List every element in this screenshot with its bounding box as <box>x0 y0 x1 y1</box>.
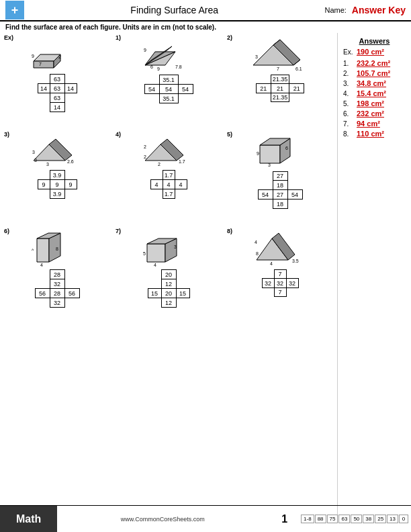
svg-text:2: 2 <box>144 154 146 159</box>
svg-text:9: 9 <box>257 151 259 156</box>
footer: Math www.CommonCoreSheets.com 1 1-8 88 7… <box>0 505 411 532</box>
p5-label: 5) <box>227 131 232 138</box>
svg-text:6: 6 <box>150 64 153 69</box>
svg-text:7.8: 7.8 <box>175 64 182 69</box>
p2-label: 2) <box>227 34 232 41</box>
p5-shape: 9 3 6 <box>253 135 307 169</box>
answer-6-value: 232 cm² <box>357 109 384 118</box>
svg-text:4: 4 <box>40 263 43 267</box>
score-13: 13 <box>387 515 398 523</box>
math-tab: Math <box>0 506 57 532</box>
svg-text:4: 4 <box>154 263 156 267</box>
p1-net: 35.1 545454 35.1 <box>116 73 222 105</box>
problem-2: 2) 3 7 6.1 21.35 <box>226 34 334 128</box>
svg-text:7: 7 <box>39 62 42 66</box>
answer-3-row: 3. 34.8 cm² <box>343 79 406 87</box>
p6-shape: ^ 8 4 <box>30 232 84 267</box>
svg-text:9: 9 <box>157 66 160 71</box>
answer-7-value: 94 cm² <box>357 120 380 128</box>
svg-text:2.6: 2.6 <box>67 159 74 164</box>
p7-shape: 5 3 4 <box>142 232 195 267</box>
score-range: 1-8 <box>301 515 314 523</box>
answer-ex-row: Ex. 190 cm² <box>343 48 406 56</box>
p7-label: 7) <box>116 228 121 234</box>
svg-text:5: 5 <box>143 251 146 256</box>
score-75: 75 <box>327 515 338 523</box>
problem-6: 6) ^ 8 4 28 <box>3 228 111 327</box>
problem-4: 4) 2 2 2 1.7 1.7 <box>114 131 223 225</box>
answer-7-label: 7. <box>343 120 357 128</box>
answer-4-label: 4. <box>343 90 357 97</box>
problem-3: 3) 3 3 2.6 3 3.9 <box>3 131 111 225</box>
svg-marker-44 <box>147 244 165 262</box>
svg-text:1.7: 1.7 <box>179 159 185 164</box>
answer-2-value: 105.7 cm² <box>357 69 390 77</box>
problem-7: 7) 5 3 4 20 <box>114 228 223 327</box>
answer-5-value: 198 cm² <box>357 99 384 107</box>
answer-8-label: 8. <box>343 130 357 138</box>
answer-8-row: 8. 110 cm² <box>343 130 406 138</box>
p2-shape: 3 7 6.1 <box>250 38 310 72</box>
svg-text:3: 3 <box>32 150 35 154</box>
svg-text:7: 7 <box>277 66 279 71</box>
answer-7-row: 7. 94 cm² <box>343 120 406 128</box>
logo-icon: + <box>5 1 24 19</box>
answer-1-row: 1. 232.2 cm² <box>343 59 406 67</box>
answer-5-row: 5. 198 cm² <box>343 99 406 107</box>
p4-shape: 2 2 2 1.7 <box>142 135 195 167</box>
page-number: 1 <box>268 513 301 525</box>
answer-4-value: 15.4 cm² <box>357 89 386 97</box>
p3-shape: 3 3 2.6 3 <box>30 135 84 167</box>
svg-text:3: 3 <box>268 163 271 167</box>
svg-text:6: 6 <box>285 146 288 150</box>
score-boxes: 1-8 88 75 63 50 38 25 13 0 <box>301 515 408 523</box>
svg-marker-38 <box>37 238 49 262</box>
svg-text:^: ^ <box>32 248 34 253</box>
p8-net: 7 323232 7 <box>227 268 333 298</box>
answer-6-label: 6. <box>343 110 357 118</box>
ex-shape: 7 2 9 <box>30 41 84 71</box>
score-88: 88 <box>315 515 326 523</box>
answer-3-label: 3. <box>343 80 357 87</box>
problems-area: Ex) 7 2 9 63 <box>0 33 337 515</box>
svg-text:6.1: 6.1 <box>295 66 302 71</box>
instructions: Find the surface area of each figure. Un… <box>0 21 411 33</box>
problem-1: 1) 9 9 7.8 6 <box>114 34 223 128</box>
page-title: Finding Surface Area <box>31 5 318 15</box>
answer-6-row: 6. 232 cm² <box>343 109 406 118</box>
name-label: Name: <box>324 6 346 14</box>
score-50: 50 <box>351 515 362 523</box>
p1-label: 1) <box>116 34 121 41</box>
problem-8: 8) 4 8 4 3.5 7 <box>226 228 334 327</box>
answer-key-sidebar: Answers Ex. 190 cm² 1. 232.2 cm² 2. 105.… <box>337 33 411 515</box>
p5-net: 27 18 542754 18 <box>227 170 333 210</box>
row-3: 6) ^ 8 4 28 <box>3 228 334 327</box>
answer-3-value: 34.8 cm² <box>357 79 386 87</box>
answer-1-label: 1. <box>343 60 357 67</box>
p4-net: 1.7 444 1.7 <box>116 169 222 200</box>
svg-marker-32 <box>260 145 280 163</box>
answer-1-value: 232.2 cm² <box>357 59 390 67</box>
answer-ex-value: 190 cm² <box>357 48 384 56</box>
svg-text:8: 8 <box>256 251 259 256</box>
svg-text:3: 3 <box>174 245 177 249</box>
answer-4-row: 4. 15.4 cm² <box>343 89 406 97</box>
answer-ex-label: Ex. <box>343 48 357 56</box>
row-2: 3) 3 3 2.6 3 3.9 <box>3 131 334 225</box>
svg-text:3: 3 <box>34 158 37 163</box>
problem-5: 5) 9 3 6 27 <box>226 131 334 225</box>
p3-net: 3.9 999 3.9 <box>4 169 110 200</box>
svg-marker-1 <box>34 61 54 68</box>
p6-label: 6) <box>4 228 9 234</box>
svg-text:3: 3 <box>46 162 49 167</box>
p3-label: 3) <box>4 131 9 138</box>
svg-text:3.5: 3.5 <box>292 259 299 263</box>
answer-5-label: 5. <box>343 100 357 107</box>
svg-text:2: 2 <box>144 144 146 149</box>
example-problem: Ex) 7 2 9 63 <box>3 34 111 128</box>
svg-text:9: 9 <box>144 48 146 52</box>
svg-text:9: 9 <box>32 54 34 58</box>
svg-text:4: 4 <box>255 240 257 245</box>
score-63: 63 <box>338 515 350 523</box>
answer-2-label: 2. <box>343 70 357 77</box>
